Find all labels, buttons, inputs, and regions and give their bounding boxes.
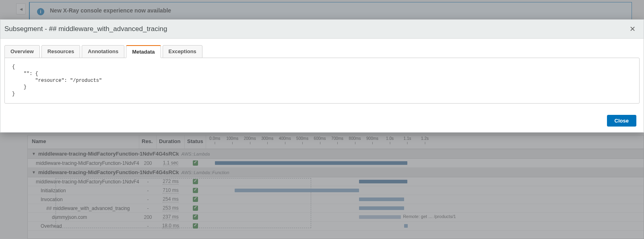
segment-name: Overhead (28, 222, 139, 230)
status-ok-icon (193, 197, 198, 202)
chevron-left-icon: ◂ (20, 6, 23, 12)
modal-header: Subsegment - ## middleware_with_advanced… (0, 20, 644, 39)
close-button[interactable]: Close (607, 115, 636, 127)
col-dur-header[interactable]: Duration (157, 135, 185, 149)
trace-row[interactable]: Overhead-18.0 ms (28, 222, 644, 231)
col-stat-header[interactable]: Status (185, 135, 206, 149)
segment-response: - (139, 222, 157, 230)
trace-row[interactable]: Invocation-254 ms (28, 195, 644, 204)
timeline-tick: 700ms (331, 136, 343, 141)
tab-annotations[interactable]: Annotations (82, 45, 124, 58)
timeline-ruler: 0.0ms100ms200ms300ms400ms500ms600ms700ms… (206, 135, 644, 149)
segment-status (185, 222, 206, 230)
timeline-tick: 900ms (366, 136, 378, 141)
segment-bar[interactable] (359, 197, 404, 201)
segment-name: middleware-tracing-MidFactoryFunction-1N… (28, 159, 139, 167)
segment-bar-track (206, 222, 644, 230)
caret-down-icon: ▼ (32, 152, 36, 156)
segment-name: dummyjson.com (28, 213, 139, 221)
tab-resources[interactable]: Resources (41, 45, 80, 58)
trace-row[interactable]: dummyjson.com200237 msRemote: get … /pro… (28, 213, 644, 222)
segment-status (185, 204, 206, 212)
segment-response: - (139, 195, 157, 204)
segment-bar-track (206, 159, 644, 167)
timeline-tick: 0.0ms (209, 136, 220, 141)
trace-row[interactable]: middleware-tracing-MidFactoryFunction-1N… (28, 159, 644, 168)
segment-name: Initialization (28, 186, 139, 195)
metadata-json-box[interactable]: { "": { "resource": "/products" } } (4, 58, 640, 104)
status-ok-icon (193, 214, 198, 220)
timeline-tick: 800ms (349, 136, 361, 141)
timeline-tick: 300ms (261, 136, 273, 141)
col-name-header[interactable]: Name (28, 135, 139, 149)
segment-bar[interactable] (359, 206, 404, 210)
segment-name: middleware-tracing-MidFactoryFunction-1N… (28, 177, 139, 186)
trace-group-header[interactable]: ▼ middleware-tracing-MidFactoryFunction-… (28, 168, 644, 177)
timeline-tick: 400ms (279, 136, 291, 141)
segment-status (185, 195, 206, 204)
segment-duration: 254 ms (157, 195, 185, 204)
segment-bar-track: Remote: get … /products/1 (206, 213, 644, 221)
modal-footer: Close (0, 111, 644, 132)
trace-group-header[interactable]: ▼ middleware-tracing-MidFactoryFunction-… (28, 149, 644, 159)
segment-response: - (139, 186, 157, 195)
status-ok-icon (193, 206, 198, 211)
status-ok-icon (193, 188, 198, 193)
segment-duration: 272 ms (157, 177, 185, 186)
group-type: AWS::Lambda (182, 152, 210, 156)
group-type: AWS::Lambda::Function (182, 170, 229, 175)
segment-bar[interactable] (404, 224, 408, 228)
info-banner: i New X-Ray console experience now avail… (29, 2, 632, 21)
close-icon[interactable]: ✕ (628, 25, 636, 33)
segment-duration: 237 ms (157, 213, 185, 221)
tab-exceptions[interactable]: Exceptions (163, 45, 202, 58)
segment-response: - (139, 177, 157, 186)
timeline-tick: 200ms (244, 136, 256, 141)
segment-bar-track (206, 177, 644, 186)
timeline-tick: 1.0s (386, 136, 394, 141)
segment-response: 200 (139, 159, 157, 167)
status-ok-icon (193, 223, 198, 229)
modal-tabs: OverviewResourcesAnnotationsMetadataExce… (4, 45, 640, 58)
trace-header-row: Name Res. Duration Status 0.0ms100ms200m… (28, 135, 644, 149)
segment-bar[interactable] (359, 215, 400, 219)
col-res-header[interactable]: Res. (139, 135, 157, 149)
trace-row[interactable]: middleware-tracing-MidFactoryFunction-1N… (28, 177, 644, 186)
segment-response: 200 (139, 213, 157, 221)
modal-body: OverviewResourcesAnnotationsMetadataExce… (0, 39, 644, 111)
segment-duration: 1.1 sec (157, 159, 185, 167)
segment-bar[interactable] (215, 161, 407, 165)
segment-status (185, 186, 206, 195)
timeline-tick: 600ms (314, 136, 326, 141)
segment-duration: 18.0 ms (157, 222, 185, 230)
segment-status (185, 159, 206, 167)
info-icon: i (37, 8, 44, 15)
timeline-tick: 500ms (296, 136, 308, 141)
segment-response: - (139, 204, 157, 212)
tab-overview[interactable]: Overview (4, 45, 40, 58)
timeline-tick: 1.1s (404, 136, 411, 141)
remote-label: Remote: get … /products/1 (403, 214, 456, 219)
segment-duration: 253 ms (157, 204, 185, 212)
timeline-tick: 100ms (226, 136, 238, 141)
trace-row[interactable]: Initialization-710 ms (28, 186, 644, 195)
trace-timeline-panel: Name Res. Duration Status 0.0ms100ms200m… (27, 135, 644, 239)
segment-bar[interactable] (359, 180, 407, 183)
segment-bar-track (206, 204, 644, 212)
segment-name: Invocation (28, 195, 139, 204)
status-ok-icon (193, 160, 198, 166)
info-banner-title: New X-Ray console experience now availab… (50, 7, 171, 14)
segment-bar-track (206, 195, 644, 204)
sidebar-collapse-button[interactable]: ◂ (16, 3, 26, 15)
segment-duration: 710 ms (157, 186, 185, 195)
segment-bar[interactable] (235, 189, 359, 192)
segment-status (185, 213, 206, 221)
timeline-tick: 1.2s (421, 136, 429, 141)
group-name: middleware-tracing-MidFactoryFunction-1N… (38, 169, 179, 175)
segment-status (185, 177, 206, 186)
tab-metadata[interactable]: Metadata (126, 45, 161, 58)
status-ok-icon (193, 179, 198, 184)
caret-down-icon: ▼ (32, 170, 36, 175)
trace-row[interactable]: ## middleware_with_advanced_tracing-253 … (28, 204, 644, 213)
segment-name: ## middleware_with_advanced_tracing (28, 204, 139, 212)
